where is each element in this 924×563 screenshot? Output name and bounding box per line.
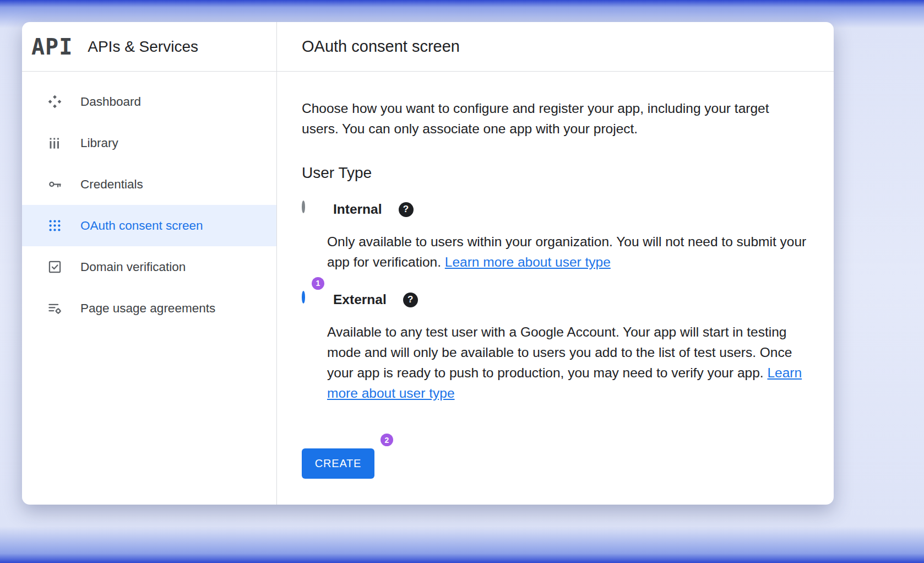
annotation-badge-1: 1 — [312, 277, 324, 290]
external-radio[interactable] — [302, 291, 305, 304]
internal-option-description: Only available to users within your orga… — [327, 231, 809, 272]
external-option-description: Available to any test user with a Google… — [327, 322, 809, 403]
external-option-label[interactable]: External — [333, 292, 387, 307]
create-button[interactable]: CREATE — [302, 448, 374, 479]
app-title: APIs & Services — [88, 38, 198, 56]
internal-learn-more-link[interactable]: Learn more about user type — [445, 255, 611, 269]
external-help-icon[interactable]: ? — [403, 293, 418, 307]
user-type-heading: User Type — [302, 164, 809, 182]
sidebar-header: API APIs & Services — [22, 22, 276, 72]
oauth-consent-icon — [47, 218, 62, 233]
sidebar-item-dashboard[interactable]: Dashboard — [22, 81, 276, 122]
internal-option-row: Internal ? — [302, 202, 809, 217]
intro-text: Choose how you want to configure and reg… — [302, 98, 800, 139]
internal-radio-wrap — [302, 202, 317, 217]
sidebar-item-label: Dashboard — [80, 95, 141, 109]
key-icon — [47, 177, 62, 192]
internal-option-label[interactable]: Internal — [333, 202, 382, 217]
sidebar-item-label: Domain verification — [80, 260, 186, 274]
sidebar-item-oauth-consent-screen[interactable]: OAuth consent screen — [22, 205, 276, 246]
internal-radio[interactable] — [302, 201, 305, 213]
sidebar-item-label: OAuth consent screen — [80, 219, 203, 233]
sidebar-item-domain-verification[interactable]: Domain verification — [22, 246, 276, 288]
sidebar-nav: Dashboard — [22, 72, 276, 329]
internal-help-icon[interactable]: ? — [399, 202, 414, 217]
sidebar-item-label: Library — [80, 136, 118, 150]
sidebar: API APIs & Services Dashboard — [22, 22, 277, 505]
sidebar-item-library[interactable]: Library — [22, 122, 276, 164]
sidebar-item-label: Credentials — [80, 177, 143, 192]
create-button-area: CREATE 2 — [302, 448, 374, 479]
sidebar-item-label: Page usage agreements — [80, 301, 215, 316]
annotation-badge-2: 2 — [381, 434, 393, 446]
checkbox-icon — [47, 259, 62, 274]
api-logo: API — [31, 34, 73, 59]
console-window: API APIs & Services Dashboard — [22, 22, 834, 505]
page-background: API APIs & Services Dashboard — [0, 0, 924, 563]
main-panel: OAuth consent screen Choose how you want… — [277, 22, 834, 505]
dashboard-icon — [47, 94, 62, 109]
external-option-row: 1 External ? — [302, 292, 809, 307]
library-icon — [47, 136, 62, 150]
page-title: OAuth consent screen — [302, 37, 460, 56]
external-radio-wrap: 1 — [302, 293, 317, 307]
main-header: OAuth consent screen — [277, 22, 834, 72]
sidebar-item-page-usage-agreements[interactable]: Page usage agreements — [22, 288, 276, 329]
external-description-text: Available to any test user with a Google… — [327, 324, 792, 380]
list-gear-icon — [47, 301, 62, 316]
sidebar-item-credentials[interactable]: Credentials — [22, 164, 276, 205]
main-content: Choose how you want to configure and reg… — [277, 72, 834, 479]
